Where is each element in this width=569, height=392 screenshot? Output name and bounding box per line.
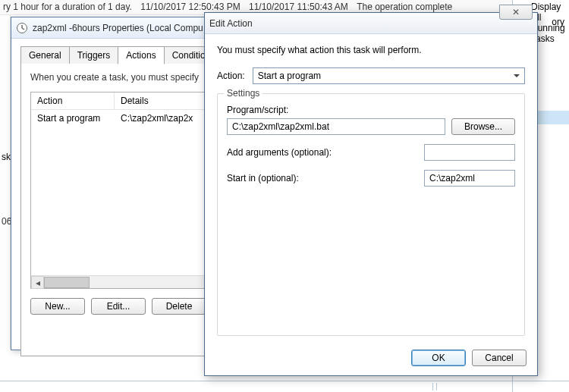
startin-input[interactable] (424, 170, 515, 187)
action-dropdown[interactable]: Start a program (253, 67, 525, 84)
col-action[interactable]: Action (31, 93, 115, 109)
startin-field-row: Start in (optional): (227, 170, 515, 187)
arguments-field-row: Add arguments (optional): (227, 144, 515, 161)
settings-fieldset: Settings Program/script: Browse... Add a… (217, 93, 525, 336)
close-icon: ✕ (512, 7, 520, 17)
settings-legend: Settings (224, 88, 262, 99)
tab-general[interactable]: General (20, 46, 70, 64)
action-dropdown-value: Start a program (258, 71, 321, 81)
edit-button[interactable]: Edit... (91, 298, 146, 315)
bg-selected-row-strip (537, 111, 569, 124)
startin-label: Start in (optional): (227, 173, 299, 183)
bg-divider (0, 381, 569, 381)
bg-time-1: 11/10/2017 12:50:43 PM (140, 2, 246, 12)
program-field-row: Program/script: Browse... (227, 105, 515, 135)
action-row: Action: Start a program (217, 67, 525, 84)
bg-time-2: 11/10/2017 11:50:43 AM (249, 2, 354, 12)
clock-icon (16, 22, 28, 34)
program-input[interactable] (227, 118, 445, 135)
bg-status: The operation complete (357, 2, 458, 12)
dialog-button-row: OK Cancel (411, 350, 527, 366)
bg-side-panel: sk 06 (0, 15, 11, 349)
edit-action-dialog: ✕ Edit Action You must specify what acti… (204, 12, 538, 376)
edit-titlebar[interactable]: Edit Action (205, 13, 537, 34)
tab-actions[interactable]: Actions (118, 46, 164, 64)
action-label: Action: (217, 71, 245, 81)
browse-button[interactable]: Browse... (451, 118, 515, 135)
edit-description: You must specify what action this task w… (217, 45, 525, 55)
scroll-left-arrow-icon[interactable]: ◂ (31, 276, 44, 289)
arguments-input[interactable] (424, 144, 515, 161)
edit-body: You must specify what action this task w… (205, 34, 537, 347)
bg-cut-text: ory (552, 17, 564, 27)
new-button[interactable]: New... (30, 298, 85, 315)
bg-side-label: sk (2, 152, 11, 162)
program-label: Program/script: (227, 105, 515, 115)
cancel-button[interactable]: Cancel (472, 350, 527, 366)
close-button[interactable]: ✕ (499, 5, 533, 20)
delete-button[interactable]: Delete (152, 298, 206, 315)
ok-button[interactable]: OK (411, 350, 466, 366)
bg-trigger-text: ry 1 hour for a duration of 1 day. (3, 2, 138, 12)
edit-title: Edit Action (209, 18, 533, 29)
cell-action: Start a program (31, 110, 115, 127)
arguments-label: Add arguments (optional): (227, 147, 332, 158)
tab-triggers[interactable]: Triggers (69, 46, 119, 64)
bg-splitter-handle[interactable] (432, 383, 437, 390)
scroll-thumb[interactable] (44, 277, 90, 288)
